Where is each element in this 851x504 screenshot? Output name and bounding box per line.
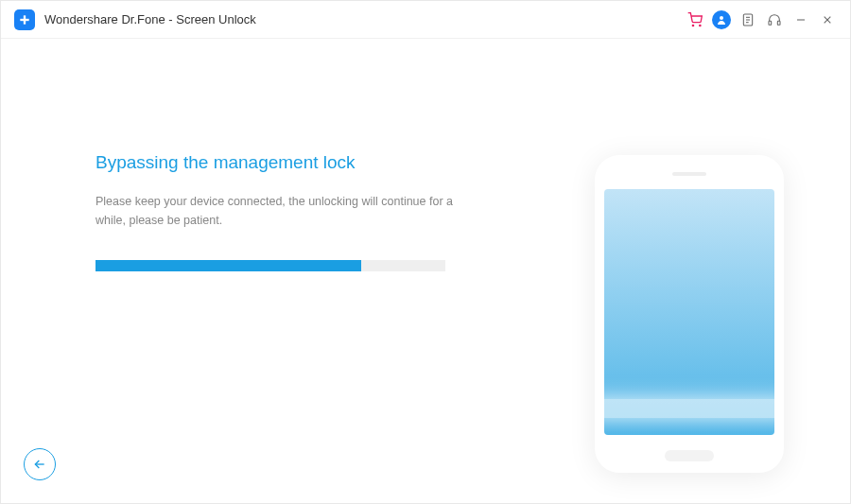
document-icon [740,12,755,27]
svg-point-4 [720,16,723,20]
phone-illustration [595,155,784,473]
window-title: Wondershare Dr.Fone - Screen Unlock [44,12,256,26]
svg-rect-1 [20,18,28,20]
close-button[interactable] [814,7,841,33]
user-icon [716,14,727,26]
arrow-left-icon [32,457,47,472]
app-logo [14,9,35,30]
page-heading: Bypassing the management lock [96,152,557,173]
headphones-icon [767,12,782,27]
cart-button[interactable] [682,7,708,33]
content-area: Bypassing the management lock Please kee… [1,39,850,503]
minimize-icon [793,12,808,27]
app-window: Wondershare Dr.Fone - Screen Unlock [0,0,851,504]
plus-icon [18,13,31,26]
progress-fill [96,260,361,271]
phone-speaker [672,172,706,176]
left-panel: Bypassing the management lock Please kee… [1,39,595,503]
progress-bar [96,260,445,271]
feedback-button[interactable] [735,7,761,33]
svg-point-3 [700,25,701,26]
page-subtext: Please keep your device connected, the u… [96,192,474,230]
svg-rect-10 [777,21,780,25]
back-button[interactable] [24,448,56,480]
phone-screen [604,189,774,435]
minimize-button[interactable] [788,7,814,33]
svg-rect-9 [769,21,772,25]
right-panel [595,39,850,503]
support-button[interactable] [761,7,788,33]
user-button[interactable] [708,7,735,33]
scan-line [604,399,774,418]
svg-point-2 [692,25,693,26]
phone-home-button [665,450,714,461]
close-icon [820,12,835,27]
titlebar: Wondershare Dr.Fone - Screen Unlock [1,1,850,39]
cart-icon [687,12,703,27]
